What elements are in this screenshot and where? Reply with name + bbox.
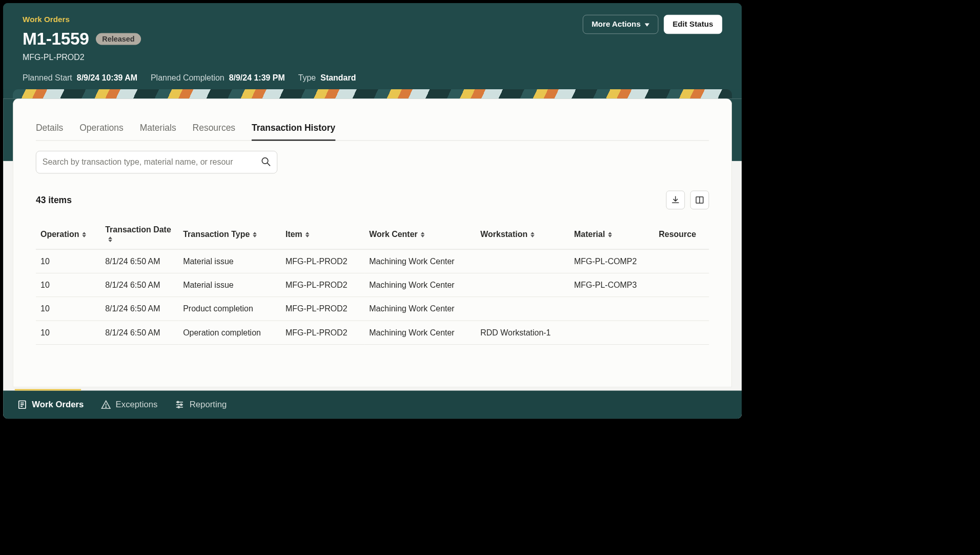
- edit-status-label: Edit Status: [672, 20, 713, 29]
- table-row[interactable]: 10 8/1/24 6:50 AM Material issue MFG-PL-…: [36, 273, 709, 296]
- page-subtitle: MFG-PL-PROD2: [23, 53, 141, 62]
- planned-start-value: 8/9/24 10:39 AM: [77, 73, 137, 82]
- sort-icon: [530, 232, 535, 238]
- nav-work-orders-label: Work Orders: [32, 400, 84, 410]
- breadcrumb[interactable]: Work Orders: [23, 15, 70, 24]
- svg-point-15: [178, 406, 179, 408]
- transaction-table: Operation Transaction Date Transaction T…: [36, 220, 709, 345]
- tab-materials[interactable]: Materials: [140, 123, 176, 140]
- col-material[interactable]: Material: [569, 220, 654, 249]
- table-row[interactable]: 10 8/1/24 6:50 AM Material issue MFG-PL-…: [36, 249, 709, 273]
- nav-exceptions-label: Exceptions: [116, 400, 158, 410]
- columns-icon: [695, 195, 704, 205]
- col-operation[interactable]: Operation: [36, 220, 100, 249]
- search-icon: [260, 156, 271, 168]
- tab-operations[interactable]: Operations: [79, 123, 124, 140]
- col-transaction-type[interactable]: Transaction Type: [178, 220, 281, 249]
- nav-reporting-label: Reporting: [190, 400, 227, 410]
- download-button[interactable]: [666, 191, 685, 209]
- svg-point-9: [106, 407, 106, 407]
- sort-icon: [608, 232, 612, 238]
- planned-start-label: Planned Start: [23, 73, 72, 82]
- header-meta: Planned Start 8/9/24 10:39 AM Planned Co…: [23, 73, 722, 82]
- item-count: 43 items: [36, 195, 72, 206]
- decorative-banner: [13, 89, 732, 98]
- more-actions-label: More Actions: [591, 20, 641, 29]
- table-row[interactable]: 10 8/1/24 6:50 AM Product completion MFG…: [36, 297, 709, 321]
- sort-icon: [421, 232, 425, 238]
- col-item[interactable]: Item: [281, 220, 364, 249]
- sort-icon: [305, 232, 310, 238]
- document-icon: [17, 400, 27, 410]
- tab-transaction-history[interactable]: Transaction History: [252, 123, 335, 141]
- edit-status-button[interactable]: Edit Status: [664, 15, 722, 34]
- download-icon: [671, 195, 680, 205]
- nav-exceptions[interactable]: Exceptions: [101, 400, 158, 410]
- sort-icon: [108, 237, 112, 243]
- tab-details[interactable]: Details: [36, 123, 63, 140]
- svg-point-13: [177, 401, 179, 403]
- tabs: Details Operations Materials Resources T…: [36, 123, 709, 141]
- planned-completion-label: Planned Completion: [151, 73, 224, 82]
- page-title: M1-1559: [23, 29, 89, 49]
- type-value: Standard: [320, 73, 356, 82]
- settings-sliders-icon: [175, 400, 185, 410]
- warning-icon: [101, 400, 111, 410]
- search-box[interactable]: [36, 151, 277, 173]
- col-workstation[interactable]: Workstation: [476, 220, 569, 249]
- content-card: Details Operations Materials Resources T…: [13, 98, 732, 387]
- svg-line-1: [268, 163, 270, 166]
- planned-completion-value: 8/9/24 1:39 PM: [229, 73, 285, 82]
- tab-resources[interactable]: Resources: [193, 123, 236, 140]
- search-input[interactable]: [43, 157, 261, 167]
- nav-reporting[interactable]: Reporting: [175, 400, 227, 410]
- columns-button[interactable]: [690, 191, 709, 209]
- table-row[interactable]: 10 8/1/24 6:50 AM Operation completion M…: [36, 321, 709, 344]
- col-resource[interactable]: Resource: [654, 220, 709, 249]
- col-work-center[interactable]: Work Center: [364, 220, 476, 249]
- svg-point-14: [180, 404, 182, 405]
- bottom-nav: Work Orders Exceptions Reporting: [3, 391, 742, 419]
- more-actions-button[interactable]: More Actions: [583, 15, 658, 34]
- content-area: Details Operations Materials Resources T…: [3, 98, 742, 419]
- page-header: Work Orders M1-1559 Released MFG-PL-PROD…: [3, 3, 742, 89]
- sort-icon: [253, 232, 257, 238]
- status-badge: Released: [96, 33, 141, 45]
- nav-work-orders[interactable]: Work Orders: [17, 400, 84, 410]
- type-label: Type: [298, 73, 316, 82]
- col-transaction-date[interactable]: Transaction Date: [100, 220, 178, 249]
- nav-active-indicator: [15, 389, 81, 390]
- sort-icon: [83, 232, 87, 238]
- chevron-down-icon: [644, 23, 649, 26]
